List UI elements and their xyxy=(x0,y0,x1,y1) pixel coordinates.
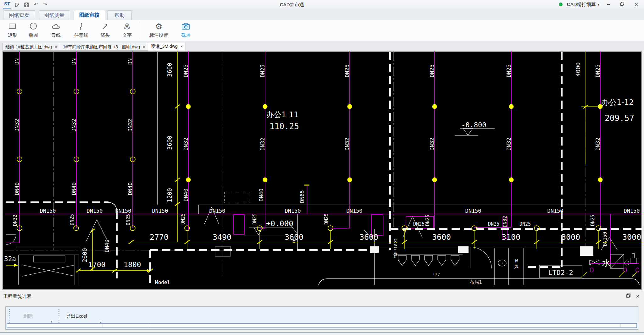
tool-gear-button[interactable]: ⚙标注设置 xyxy=(145,21,172,38)
svg-text:DN40: DN40 xyxy=(258,189,264,201)
tool-rect-button[interactable]: 矩形 xyxy=(3,21,21,38)
svg-text:DN32: DN32 xyxy=(14,119,20,132)
svg-text:DN150: DN150 xyxy=(547,208,563,214)
app-window: ST ↶ ↷ CAD算审通 CAD精打细算 ▾ – × 图纸查看图纸测量图纸审核… xyxy=(0,0,644,335)
cad-canvas[interactable]: DNDN32DN40DN32DNDN32DN40DN25DNDN32DN40DN… xyxy=(3,51,642,290)
status-dot xyxy=(559,3,563,6)
svg-text:1200: 1200 xyxy=(166,188,173,202)
ribbon-tab-bar: 图纸查看图纸测量图纸审核帮助 xyxy=(0,9,644,20)
tool-camera-button[interactable]: 截屏 xyxy=(176,21,196,38)
svg-text:DN40: DN40 xyxy=(127,182,133,195)
delete-button[interactable]: 删除 xyxy=(23,313,33,319)
window-bottom-edge xyxy=(0,332,644,333)
svg-text:DN150: DN150 xyxy=(285,208,301,214)
svg-text:-0.800: -0.800 xyxy=(461,121,486,129)
chevron-down-icon[interactable]: ▾ xyxy=(597,3,599,7)
svg-text:3600: 3600 xyxy=(285,233,303,242)
svg-text:DN32: DN32 xyxy=(12,215,18,226)
toolbar-separator xyxy=(140,22,140,38)
drag-handle[interactable] xyxy=(9,309,10,324)
svg-text:110.25: 110.25 xyxy=(269,122,299,131)
svg-text:DN25: DN25 xyxy=(595,64,601,77)
ellipse-icon xyxy=(25,21,42,32)
svg-text:DN25: DN25 xyxy=(344,64,350,77)
svg-text:DN25: DN25 xyxy=(252,213,258,225)
svg-text:DN: DN xyxy=(14,58,20,65)
ribbon-tab-3[interactable]: 图纸审核 xyxy=(74,10,105,20)
close-button[interactable]: × xyxy=(631,1,641,8)
svg-text:DN150: DN150 xyxy=(624,208,640,214)
svg-text:DN32: DN32 xyxy=(259,138,266,151)
redo-icon[interactable]: ↷ xyxy=(42,1,49,8)
undo-icon[interactable]: ↶ xyxy=(32,1,40,8)
svg-text:W: W xyxy=(515,258,518,263)
app-logo: ST xyxy=(3,1,11,8)
svg-text:DN25: DN25 xyxy=(425,215,430,226)
svg-text:DN150: DN150 xyxy=(346,208,362,214)
svg-text:DN25: DN25 xyxy=(69,214,75,225)
arrow-icon xyxy=(96,21,114,32)
svg-text:DN: DN xyxy=(127,58,133,65)
drag-handle[interactable] xyxy=(58,309,59,324)
svg-text:DN40: DN40 xyxy=(183,189,189,201)
tool-arrow-button[interactable]: 箭头 xyxy=(96,21,114,38)
svg-text:DN25: DN25 xyxy=(429,64,435,77)
svg-text:风: 风 xyxy=(514,264,519,269)
ribbon-tab-2[interactable]: 图纸测量 xyxy=(39,10,70,20)
tool-cloud-button[interactable]: 云线 xyxy=(47,21,65,38)
svg-text:DN32: DN32 xyxy=(506,138,512,151)
svg-text:DN150: DN150 xyxy=(209,208,225,214)
svg-text:DN150: DN150 xyxy=(602,232,608,246)
svg-text:3100: 3100 xyxy=(502,233,520,242)
svg-text:LTD2-2: LTD2-2 xyxy=(548,269,573,277)
tool-text-button[interactable]: A文字 xyxy=(118,21,136,38)
tool-freeline-button[interactable]: 任意线 xyxy=(70,21,92,38)
tool-ellipse-button[interactable]: 椭圆 xyxy=(25,21,42,38)
open-icon[interactable] xyxy=(13,1,21,8)
document-tab-1[interactable]: 结施-1#桩基施工图.dwg× xyxy=(2,43,60,51)
close-tab-icon[interactable]: × xyxy=(143,45,145,49)
svg-text:DN32: DN32 xyxy=(344,138,350,151)
svg-text:DN150: DN150 xyxy=(465,208,481,214)
account-menu[interactable]: CAD精打细算 xyxy=(567,2,596,8)
panel-title: 工程量统计表 xyxy=(3,294,31,299)
svg-text:DN150: DN150 xyxy=(40,208,56,214)
close-tab-icon[interactable]: × xyxy=(55,45,57,49)
svg-text:办公1-11: 办公1-11 xyxy=(266,110,298,119)
save-icon[interactable] xyxy=(23,1,30,8)
float-panel-icon[interactable] xyxy=(625,293,632,300)
svg-text:209.57: 209.57 xyxy=(605,113,634,123)
svg-text:DN40: DN40 xyxy=(104,239,110,252)
svg-text:3000: 3000 xyxy=(561,233,580,242)
svg-text:DN32: DN32 xyxy=(429,138,435,151)
ribbon-tab-1[interactable]: 图纸查看 xyxy=(3,10,35,20)
restore-button[interactable] xyxy=(618,1,627,8)
document-tab-2[interactable]: 1#车间冷库电施图审回复_t3 - 照明.dwg× xyxy=(60,43,148,51)
svg-text:±0.000: ±0.000 xyxy=(266,219,293,228)
empty-table-strip xyxy=(7,323,637,328)
svg-text:2600: 2600 xyxy=(81,248,88,262)
export-excel-button[interactable]: 导出Excel xyxy=(66,313,87,319)
svg-text:DN32: DN32 xyxy=(183,138,189,151)
svg-text:3600: 3600 xyxy=(359,233,378,242)
svg-text:1800: 1800 xyxy=(124,261,141,269)
layout-tab-model[interactable]: Model xyxy=(155,279,170,285)
cloud-icon xyxy=(47,21,65,32)
svg-text:DN150: DN150 xyxy=(86,208,103,214)
freeline-icon xyxy=(70,21,92,32)
svg-text:DN25: DN25 xyxy=(590,215,596,226)
ribbon-tab-4[interactable]: 帮助 xyxy=(107,10,132,20)
cad-drawing[interactable]: DNDN32DN40DN32DNDN32DN40DN25DNDN32DN40DN… xyxy=(3,52,642,289)
minimize-button[interactable]: – xyxy=(604,1,613,8)
close-panel-icon[interactable]: × xyxy=(634,293,641,300)
layout-tab-layout1[interactable]: 布局1 xyxy=(469,279,482,285)
svg-text:布局1: 布局1 xyxy=(469,279,482,285)
document-tab-3[interactable]: 喷淋_3M.dwg× xyxy=(148,42,186,51)
quantity-panel-header: 工程量统计表 × xyxy=(0,290,644,303)
title-bar: ST ↶ ↷ CAD算审通 CAD精打细算 ▾ – × xyxy=(0,0,644,9)
svg-text:3000: 3000 xyxy=(622,233,641,242)
svg-text:DN25: DN25 xyxy=(519,221,531,227)
svg-text:DN25: DN25 xyxy=(506,64,512,77)
close-tab-icon[interactable]: × xyxy=(180,44,183,49)
svg-text:3490: 3490 xyxy=(213,233,231,242)
